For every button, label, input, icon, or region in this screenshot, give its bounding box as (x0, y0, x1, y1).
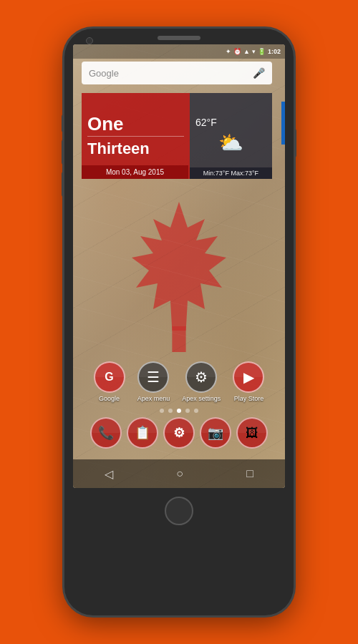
status-time: 1:02 (268, 48, 281, 55)
app-apex-menu[interactable]: ☰ Apex menu (137, 361, 170, 402)
play-store-icon: ▶ (243, 369, 254, 386)
home-button[interactable]: ○ (176, 467, 183, 480)
status-icons: ✦ ⏰ ▲ ▾ 🔋 1:02 (226, 48, 281, 55)
google-label: Google (99, 395, 120, 402)
dot-3-active (177, 409, 181, 413)
settings2-icon-circle: ⚙ (163, 417, 195, 449)
dot-5 (194, 409, 198, 413)
clock-widget: One Thirteen Mon 03, Aug 2015 (82, 93, 190, 179)
physical-home-button[interactable] (165, 497, 193, 525)
volume-down-button[interactable] (62, 140, 64, 165)
phone-top (64, 29, 294, 44)
weather-minmax: Min:73°F Max:73°F (190, 167, 272, 179)
speaker (158, 36, 200, 40)
dot-2 (168, 409, 173, 413)
phone-icon: 📞 (98, 425, 114, 441)
camera-button[interactable] (62, 172, 64, 197)
page-indicator (73, 409, 285, 413)
accent-bar (281, 102, 285, 145)
status-bar: ✦ ⏰ ▲ ▾ 🔋 1:02 (73, 44, 285, 59)
google-icon-circle: G (94, 361, 125, 393)
alarm-icon: ⏰ (233, 48, 241, 55)
apex-menu-icon: ☰ (147, 369, 160, 386)
google-icon: G (105, 371, 113, 384)
back-button[interactable]: ◁ (105, 467, 113, 481)
app-phone[interactable]: 📞 (90, 417, 122, 449)
clock-hour: One (87, 114, 184, 133)
play-store-label: Play Store (234, 395, 264, 402)
weather-widget: 62°F ⛅ Min:73°F Max:73°F (190, 93, 272, 179)
gallery-icon: 🖼 (246, 426, 258, 441)
power-button[interactable] (294, 129, 296, 157)
search-bar[interactable]: Google 🎤 (82, 62, 272, 84)
weather-icon: ⛅ (218, 131, 243, 155)
nav-bar: ◁ ○ □ (73, 459, 285, 488)
apex-settings-icon: ⚙ (195, 369, 208, 386)
apex-settings-icon-circle: ⚙ (185, 361, 217, 393)
dot-1 (160, 409, 164, 413)
app-play-store[interactable]: ▶ Play Store (233, 361, 264, 402)
phone-shell: ✦ ⏰ ▲ ▾ 🔋 1:02 Google 🎤 One Thirteen Mon… (64, 29, 294, 615)
app-gallery[interactable]: 🖼 (236, 417, 268, 449)
weather-min: Min:73°F (203, 170, 229, 177)
clock-minute: Thirteen (87, 136, 184, 158)
app-settings2[interactable]: ⚙ (163, 417, 195, 449)
play-store-icon-circle: ▶ (233, 361, 264, 393)
phone-icon-circle: 📞 (90, 417, 122, 449)
battery-icon: 🔋 (258, 48, 266, 55)
settings2-icon: ⚙ (173, 425, 185, 441)
wifi-icon: ▾ (252, 48, 256, 55)
clock-date: Mon 03, Aug 2015 (82, 165, 188, 179)
app-apex-settings[interactable]: ⚙ Apex settings (182, 361, 221, 402)
weather-temp: 62°F (195, 117, 217, 128)
clock-weather-widget[interactable]: One Thirteen Mon 03, Aug 2015 62°F ⛅ Min… (82, 93, 272, 179)
dock-row-1: G Google ☰ Apex menu ⚙ Apex settings ▶ (87, 361, 271, 402)
camera-icon-circle: 📷 (200, 417, 231, 449)
gallery-icon-circle: 🖼 (236, 417, 268, 449)
svg-rect-0 (172, 326, 185, 352)
phone-screen: ✦ ⏰ ▲ ▾ 🔋 1:02 Google 🎤 One Thirteen Mon… (73, 44, 285, 488)
signal-icon: ▲ (243, 48, 250, 55)
app-google[interactable]: G Google (94, 361, 125, 402)
files-icon: 📋 (135, 425, 150, 441)
bluetooth-icon: ✦ (226, 48, 231, 55)
recents-button[interactable]: □ (246, 467, 253, 480)
camera-icon: 📷 (208, 425, 223, 441)
apex-menu-label: Apex menu (137, 395, 170, 402)
dot-4 (185, 409, 190, 413)
files-icon-circle: 📋 (127, 417, 158, 449)
app-camera[interactable]: 📷 (200, 417, 231, 449)
volume-up-button[interactable] (62, 114, 64, 132)
weather-max: Max:73°F (231, 170, 259, 177)
dock-row-2: 📞 📋 ⚙ 📷 🖼 (87, 417, 271, 449)
apex-settings-label: Apex settings (182, 395, 221, 402)
phone-bottom (64, 488, 294, 534)
app-files[interactable]: 📋 (127, 417, 158, 449)
apex-menu-icon-circle: ☰ (137, 361, 169, 393)
search-placeholder: Google (89, 68, 253, 79)
mic-icon[interactable]: 🎤 (253, 67, 265, 79)
front-camera (86, 37, 93, 44)
